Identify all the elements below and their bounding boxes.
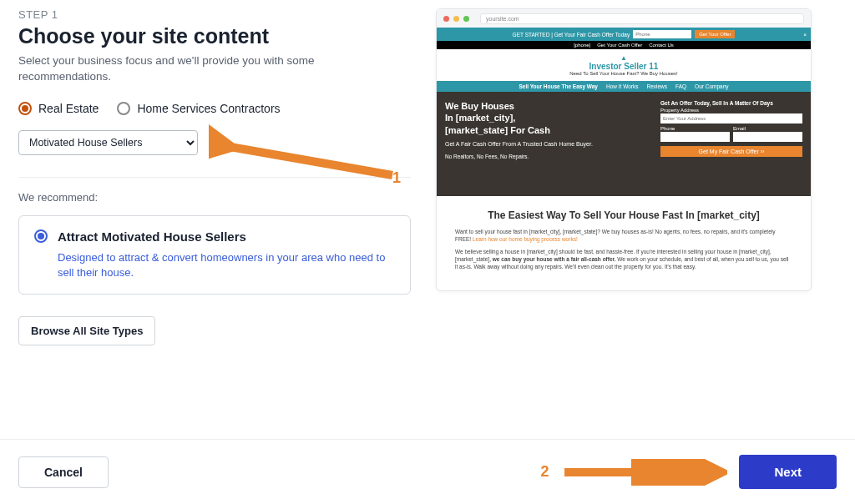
browser-mock: yoursite.com GET STARTED | Get Your Fair…: [436, 8, 812, 291]
phone-input: [660, 132, 730, 142]
page-subtitle: Select your business focus and we'll pro…: [18, 53, 369, 85]
site-preview: yoursite.com GET STARTED | Get Your Fair…: [436, 8, 837, 345]
link-cash-offer: Get Your Cash Offer: [597, 43, 642, 48]
nav-item: FAQ: [675, 83, 686, 89]
url-bar: yoursite.com: [480, 13, 804, 24]
phone-text: [phone]: [574, 43, 590, 48]
radio-icon: [34, 229, 48, 243]
recommend-label: We recommend:: [18, 191, 411, 204]
step-label: STEP 1: [18, 8, 411, 21]
preview-nav: Sell Your House The Easy Way How It Work…: [437, 81, 811, 92]
annotation-label-2: 2: [540, 463, 549, 481]
browser-chrome: yoursite.com: [437, 9, 811, 28]
nav-item: Sell Your House The Easy Way: [519, 83, 598, 89]
email-label: Email: [733, 126, 802, 131]
close-icon: ×: [803, 32, 807, 38]
page-title: Choose your site content: [18, 24, 411, 48]
audience-dropdown[interactable]: Motivated House Sellers: [18, 130, 198, 155]
form-title: Get An Offer Today, Sell In A Matter Of …: [660, 100, 802, 106]
recommendation-desc: Designed to attract & convert homeowners…: [58, 250, 395, 280]
hero-form: Get An Offer Today, Sell In A Matter Of …: [660, 100, 802, 188]
preview-hero: We Buy HousesIn [market_city],[market_st…: [437, 92, 811, 196]
recommendation-title: Attract Motivated House Sellers: [58, 229, 246, 244]
radio-contractors[interactable]: Home Services Contractors: [117, 102, 280, 115]
nav-item: Our Company: [695, 83, 728, 89]
cancel-button[interactable]: Cancel: [18, 456, 109, 488]
content-link: Learn how our home buying process works!: [473, 236, 578, 242]
offer-phone-input: [633, 30, 691, 38]
traffic-light-close-icon: [443, 16, 449, 22]
hero-headline: We Buy HousesIn [market_city],[market_st…: [445, 100, 593, 136]
content-heading: The Easiest Way To Sell Your House Fast …: [455, 209, 792, 221]
preview-logo: ▲ Investor Seller 11 Need To Sell Your H…: [437, 49, 811, 81]
browse-all-site-types-button[interactable]: Browse All Site Types: [18, 316, 155, 345]
logo-name: Investor Seller 11: [437, 62, 811, 71]
form-panel: STEP 1 Choose your site content Select y…: [18, 8, 411, 345]
radio-icon: [18, 102, 32, 115]
link-contact: Contact Us: [649, 43, 674, 48]
content-p1: Want to sell your house fast in [market_…: [455, 228, 792, 243]
logo-tagline: Need To Sell Your House Fast? We Buy Hou…: [437, 71, 811, 76]
traffic-light-min-icon: [453, 16, 459, 22]
hero-cta: Get My Fair Cash Offer ››: [660, 146, 802, 157]
addr-input: [660, 113, 802, 123]
focus-radio-group: Real Estate Home Services Contractors: [18, 102, 411, 115]
divider: [18, 177, 411, 178]
bird-icon: ▲: [437, 54, 811, 62]
radio-label: Real Estate: [38, 102, 99, 115]
offer-text: GET STARTED | Get Your Fair Cash Offer T…: [513, 32, 630, 38]
traffic-light-max-icon: [463, 16, 469, 22]
radio-label: Home Services Contractors: [137, 102, 280, 115]
content-p2: We believe selling a house in [market_ci…: [455, 248, 792, 270]
preview-page: GET STARTED | Get Your Fair Cash Offer T…: [437, 28, 811, 290]
radio-real-estate[interactable]: Real Estate: [18, 102, 99, 115]
preview-content: The Easiest Way To Sell Your House Fast …: [437, 196, 811, 290]
nav-item: Reviews: [647, 83, 668, 89]
phone-label: Phone: [660, 126, 730, 131]
addr-label: Property Address: [660, 108, 802, 113]
preview-offer-bar: GET STARTED | Get Your Fair Cash Offer T…: [437, 28, 811, 41]
radio-icon: [117, 102, 130, 115]
email-input: [733, 132, 802, 142]
preview-black-bar: [phone] Get Your Cash Offer Contact Us: [437, 41, 811, 49]
hero-sub: Get A Fair Cash Offer From A Trusted Cas…: [445, 141, 593, 147]
hero-norepairs: No Realtors, No Fees, No Repairs.: [445, 154, 593, 159]
recommendation-card[interactable]: Attract Motivated House Sellers Designed…: [18, 215, 411, 295]
nav-item: How It Works: [606, 83, 639, 89]
offer-button: Get Your Offer: [695, 30, 735, 38]
annotation-arrow-2-icon: [560, 459, 727, 486]
footer-bar: Cancel 2 Next: [0, 439, 855, 504]
next-button[interactable]: Next: [739, 455, 837, 489]
